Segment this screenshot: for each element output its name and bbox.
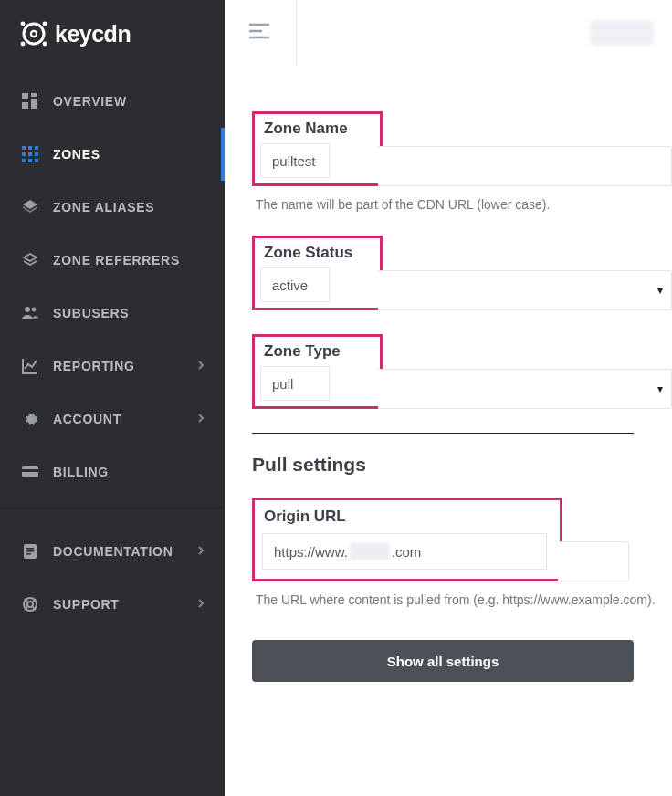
sidebar-item-label: SUBUSERS <box>53 306 129 320</box>
label-zone-name: Zone Name <box>260 118 352 143</box>
origin-url-prefix: https://www. <box>274 544 348 560</box>
svg-rect-10 <box>22 102 28 109</box>
svg-rect-8 <box>31 93 37 97</box>
logo[interactable]: keycdn <box>0 0 225 68</box>
menu-icon[interactable] <box>248 22 270 44</box>
sidebar-item-billing[interactable]: BILLING <box>0 445 225 498</box>
field-zone-status: Zone Status <box>252 236 672 310</box>
svg-rect-7 <box>22 93 28 100</box>
chevron-right-icon <box>197 597 205 612</box>
svg-rect-12 <box>28 146 32 150</box>
sidebar-item-overview[interactable]: OVERVIEW <box>0 75 225 128</box>
label-zone-status: Zone Status <box>260 242 356 267</box>
svg-rect-15 <box>28 152 32 156</box>
svg-rect-19 <box>35 159 38 162</box>
svg-rect-16 <box>35 152 38 156</box>
chevron-right-icon <box>197 412 205 426</box>
label-zone-type: Zone Type <box>260 340 344 366</box>
highlight-origin-url: Origin URL https://www. .com <box>252 498 562 581</box>
sidebar: keycdn OVERVIEW ZONES ZONE ALIASES <box>0 0 225 796</box>
gear-icon <box>20 409 40 429</box>
nav: OVERVIEW ZONES ZONE ALIASES ZONE REFERRE… <box>0 75 225 498</box>
svg-point-6 <box>43 42 47 47</box>
layers-icon <box>20 197 40 217</box>
lifebuoy-icon <box>20 594 40 614</box>
svg-point-2 <box>32 32 36 36</box>
sidebar-item-label: OVERVIEW <box>53 94 127 109</box>
topbar-divider <box>296 0 297 66</box>
topbar <box>225 0 672 66</box>
sidebar-item-label: SUPPORT <box>53 597 120 612</box>
zone-name-input-tail[interactable] <box>378 146 672 186</box>
svg-point-5 <box>21 42 26 47</box>
doc-icon <box>20 541 40 561</box>
brand-icon <box>18 18 49 49</box>
dashboard-icon <box>20 91 40 111</box>
highlight-zone-type: Zone Type <box>252 334 383 409</box>
help-zone-name: The name will be part of the CDN URL (lo… <box>256 197 672 212</box>
sidebar-item-label: ACCOUNT <box>53 412 121 426</box>
svg-rect-9 <box>31 99 37 109</box>
svg-point-24 <box>32 308 37 312</box>
sidebar-item-reporting[interactable]: REPORTING <box>0 340 225 393</box>
origin-url-input[interactable]: https://www. .com <box>262 533 547 570</box>
sidebar-item-label: ZONE ALIASES <box>53 200 154 215</box>
svg-rect-11 <box>22 146 26 150</box>
brand-name: keycdn <box>55 21 131 47</box>
sidebar-item-zones[interactable]: ZONES <box>0 128 225 181</box>
sidebar-separator <box>0 508 225 508</box>
chevron-right-icon <box>197 544 205 559</box>
origin-url-input-tail[interactable] <box>558 541 629 581</box>
svg-point-32 <box>27 602 33 607</box>
sidebar-item-zone-aliases[interactable]: ZONE ALIASES <box>0 181 225 234</box>
highlight-zone-status: Zone Status <box>252 236 383 310</box>
zone-form: Zone Name The name will be part of the C… <box>252 93 672 718</box>
grid-icon <box>20 144 40 164</box>
svg-rect-13 <box>35 146 38 150</box>
svg-rect-17 <box>22 159 26 162</box>
field-origin-url: Origin URL https://www. .com The URL whe… <box>252 498 672 607</box>
zone-type-select-tail[interactable] <box>378 369 672 409</box>
chart-icon <box>20 356 40 376</box>
svg-rect-26 <box>22 469 38 472</box>
nav-secondary: DOCUMENTATION SUPPORT <box>0 525 225 631</box>
sidebar-item-label: ZONE REFERRERS <box>53 253 180 267</box>
zone-type-select[interactable] <box>260 366 330 401</box>
help-origin-url: The URL where content is pulled from (e.… <box>256 592 672 607</box>
field-zone-type: Zone Type <box>252 334 672 409</box>
users-icon <box>20 303 40 323</box>
section-divider <box>252 433 634 434</box>
card-icon <box>20 462 40 482</box>
svg-marker-22 <box>24 254 37 261</box>
origin-url-redacted <box>350 543 390 560</box>
svg-rect-14 <box>22 152 26 156</box>
svg-point-3 <box>21 22 26 26</box>
label-origin-url: Origin URL <box>262 506 348 533</box>
sidebar-item-label: DOCUMENTATION <box>53 544 173 559</box>
layers-outline-icon <box>20 250 40 270</box>
zone-status-select-tail[interactable] <box>378 270 672 310</box>
svg-point-23 <box>25 307 30 312</box>
sidebar-item-support[interactable]: SUPPORT <box>0 578 225 631</box>
sidebar-item-documentation[interactable]: DOCUMENTATION <box>0 525 225 578</box>
chevron-right-icon <box>197 359 205 373</box>
sidebar-item-label: BILLING <box>53 465 109 479</box>
sidebar-item-zone-referrers[interactable]: ZONE REFERRERS <box>0 234 225 287</box>
svg-rect-28 <box>26 548 34 550</box>
main: Zone Name The name will be part of the C… <box>225 0 672 796</box>
sidebar-item-label: ZONES <box>53 147 100 162</box>
origin-url-suffix: .com <box>392 544 422 560</box>
sidebar-item-subusers[interactable]: SUBUSERS <box>0 287 225 340</box>
field-zone-name: Zone Name The name will be part of the C… <box>252 111 672 212</box>
svg-rect-18 <box>28 159 32 162</box>
zone-status-select[interactable] <box>260 267 330 302</box>
content: Zone Name The name will be part of the C… <box>225 66 672 796</box>
svg-rect-30 <box>26 553 31 555</box>
sidebar-item-label: REPORTING <box>53 359 135 373</box>
svg-point-4 <box>43 22 47 26</box>
section-title-pull: Pull settings <box>252 454 672 476</box>
sidebar-item-account[interactable]: ACCOUNT <box>0 393 225 445</box>
zone-name-input[interactable] <box>260 143 330 178</box>
show-all-settings-button[interactable]: Show all settings <box>252 640 634 682</box>
user-badge-redacted <box>590 20 654 46</box>
